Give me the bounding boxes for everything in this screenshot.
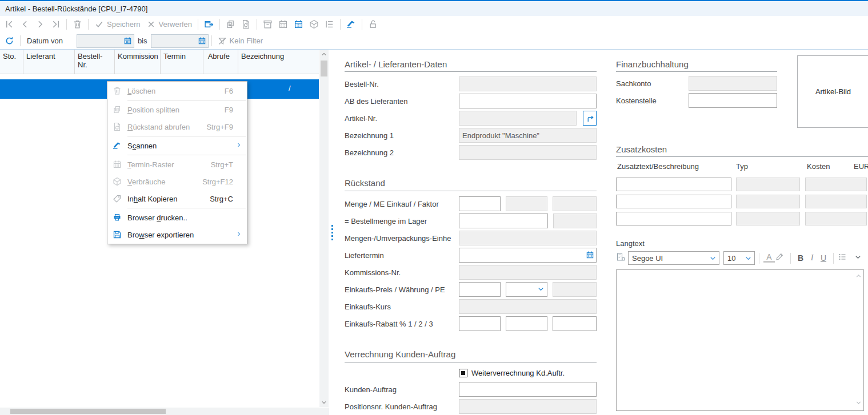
consumption-button[interactable] — [306, 17, 322, 32]
document-refresh-icon — [241, 19, 251, 29]
font-color-button[interactable]: A — [763, 253, 775, 263]
menge-label: Menge / ME Einkauf / Faktor — [345, 200, 459, 208]
scroll-up-arrow[interactable] — [319, 50, 329, 59]
scroll-down-arrow[interactable] — [319, 398, 329, 407]
column-header-bezeichnung[interactable]: Bezeichnung — [238, 50, 318, 74]
column-header-abrufe[interactable]: Abrufe — [203, 50, 238, 74]
underline-button[interactable]: U — [818, 253, 829, 263]
einkaufs-preis-input[interactable] — [459, 282, 501, 297]
form-row-bestellmenge: = Bestellmenge im Lager — [345, 212, 597, 229]
column-header-termin[interactable]: Termin — [161, 50, 203, 74]
bezeichnung2-label: Bezeichnung 2 — [345, 148, 459, 157]
paste-text-icon[interactable] — [616, 252, 625, 264]
grid-vertical-scrollbar[interactable] — [319, 50, 329, 407]
rabatt2-input[interactable] — [506, 316, 547, 331]
date-from-input[interactable] — [79, 36, 123, 46]
window-title: Artikel - Bestell-Rückstände [CPU_I7-479… — [5, 5, 147, 13]
weiterverrechnung-checkbox[interactable] — [459, 369, 467, 377]
call-backlog-button[interactable] — [238, 17, 254, 32]
zusatztext-input[interactable] — [616, 178, 731, 191]
menu-item-browser-drucken[interactable]: Browser drucken.. — [107, 209, 247, 226]
menu-separator — [127, 136, 246, 136]
menu-separator — [127, 208, 246, 208]
no-filter-button[interactable]: Kein Filter — [215, 34, 266, 49]
lock-button[interactable] — [365, 17, 381, 32]
calendar-icon — [113, 160, 122, 169]
date-to-input[interactable] — [153, 36, 198, 46]
rabatt1-input[interactable] — [459, 316, 501, 331]
context-menu: Löschen F6 Position splitten F9 Rückstan… — [107, 81, 247, 244]
positionsnr-input — [459, 399, 597, 414]
column-header-lieferant[interactable]: Lieferant — [23, 50, 75, 74]
grid-horizontal-scrollbar[interactable] — [0, 408, 329, 415]
more-options-button[interactable] — [854, 253, 864, 264]
chevron-down-icon[interactable] — [537, 285, 545, 293]
form-row-positionsnr: Positionsnr. Kunden-Auftrag — [345, 398, 597, 415]
kunden-auftrag-label: Kunden-Auftrag — [345, 385, 459, 394]
nav-prev-button[interactable] — [17, 17, 33, 32]
panel-splitter[interactable] — [331, 225, 334, 242]
menge-input[interactable] — [459, 196, 501, 211]
splitter-dot — [331, 239, 333, 240]
liefertermin-input[interactable] — [459, 248, 597, 263]
split-position-button[interactable] — [223, 17, 238, 32]
langtext-editor[interactable] — [616, 269, 864, 411]
font-size-select[interactable]: 10 — [723, 251, 755, 265]
artikel-bild-panel[interactable]: Artikel-Bild — [797, 55, 868, 128]
sachkonto-input — [689, 76, 777, 91]
section-rueckstand: Rückstand Menge / ME Einkauf / Faktor = … — [345, 178, 597, 332]
vertical-scrollbar-thumb[interactable] — [321, 61, 327, 76]
spacer — [345, 191, 597, 195]
refresh-button[interactable] — [2, 34, 17, 49]
delete-button[interactable] — [70, 17, 85, 32]
calendar-button[interactable] — [275, 17, 291, 32]
scanner-icon — [346, 19, 356, 29]
zusatztext-input[interactable] — [616, 212, 731, 225]
schedule-grid-button[interactable] — [291, 17, 306, 32]
artikel-nr-label: Artikel-Nr. — [345, 114, 459, 123]
italic-button[interactable]: I — [806, 253, 818, 263]
scan-button[interactable] — [343, 17, 359, 32]
bestellmenge-input[interactable] — [459, 213, 548, 228]
ab-lieferanten-input[interactable] — [459, 94, 597, 108]
scroll-up-arrow[interactable] — [855, 272, 862, 282]
nav-last-button[interactable] — [48, 17, 63, 32]
chevron-down-icon — [744, 254, 753, 263]
kosten-input — [805, 178, 867, 191]
nav-next-button[interactable] — [33, 17, 48, 32]
scroll-down-arrow[interactable] — [855, 398, 862, 409]
date-to-field[interactable] — [151, 34, 209, 48]
menu-item-inhalt-kopieren[interactable]: Inhalt Kopieren Strg+C — [107, 190, 247, 207]
highlight-pencil-button[interactable] — [775, 252, 786, 264]
archive-button[interactable] — [260, 17, 275, 32]
save-button[interactable]: Speichern — [91, 17, 143, 32]
col-zusatztext-label: Zusatztext/Beschreibung — [617, 162, 699, 171]
calendar-icon[interactable] — [198, 37, 206, 45]
nav-first-button[interactable] — [2, 17, 17, 32]
zusatzkosten-row — [616, 212, 868, 229]
rabatt3-input[interactable] — [553, 316, 597, 331]
horizontal-scrollbar-thumb[interactable] — [10, 409, 166, 414]
calendar-icon[interactable] — [123, 37, 132, 45]
splitter-dot — [331, 225, 333, 227]
open-record-button[interactable] — [201, 17, 217, 32]
kostenstelle-input[interactable] — [689, 93, 777, 108]
menu-item-browser-exportieren[interactable]: Browser exportieren — [107, 226, 247, 243]
date-from-field[interactable] — [77, 34, 134, 48]
column-header-bestell-nr[interactable]: Bestell-Nr. — [75, 50, 115, 74]
menu-item-scannen[interactable]: Scannen — [107, 137, 247, 154]
column-header-sto[interactable]: Sto. — [0, 50, 23, 74]
discard-button[interactable]: Verwerfen — [143, 17, 195, 32]
printer-icon — [113, 213, 122, 222]
goto-artikel-button[interactable] — [583, 111, 597, 126]
bold-button[interactable]: B — [795, 253, 806, 263]
splitter-dot — [331, 228, 333, 230]
column-header-kommission[interactable]: Kommission — [115, 50, 161, 74]
zusatztext-input[interactable] — [616, 195, 731, 208]
list-button[interactable] — [322, 17, 337, 32]
font-family-select[interactable]: Segoe UI — [628, 251, 719, 265]
bullet-list-button[interactable] — [838, 252, 849, 264]
menu-item-label: Position splitten — [127, 106, 219, 114]
kunden-auftrag-input[interactable] — [459, 382, 597, 397]
calendar-icon[interactable] — [586, 251, 594, 259]
